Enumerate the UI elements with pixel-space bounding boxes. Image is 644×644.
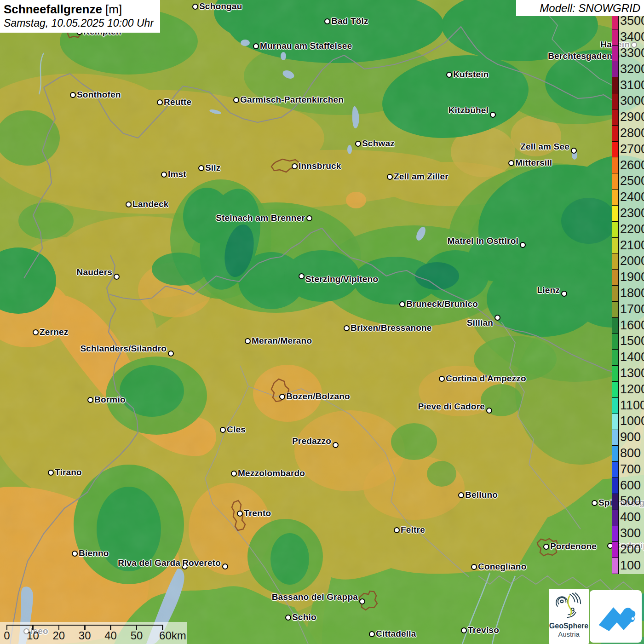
city-marker — [33, 329, 39, 335]
city-label: Brixen/Bressanone — [351, 323, 432, 333]
legend-seg-2900 — [612, 109, 618, 125]
city-label: Cortina d'Ampezzo — [446, 374, 526, 384]
city-marker — [114, 274, 120, 280]
city-marker — [70, 92, 76, 98]
city-marker — [508, 160, 514, 166]
snowgrid-map-screenshot: SchongauBad TölzKemptenMurnau am Staffel… — [0, 0, 644, 644]
scalebar-label-10: 10 — [27, 629, 39, 642]
city-label: Pieve di Cadore — [418, 402, 485, 412]
legend-seg-1900 — [612, 269, 618, 285]
city-label: Schio — [292, 612, 316, 622]
title-box: Schneefallgrenze [m] Samstag, 10.05.2025… — [0, 0, 160, 33]
city-label: Meran/Merano — [252, 336, 312, 346]
city-label: Schlanders/Silandro — [80, 344, 167, 354]
city-label: Kitzbühel — [448, 105, 489, 115]
city-label: Silz — [205, 163, 221, 173]
legend-seg-1700 — [612, 301, 618, 317]
title-line: Schneefallgrenze [m] — [4, 2, 155, 17]
city-marker — [486, 408, 492, 414]
city-marker — [333, 442, 339, 448]
city-marker — [192, 4, 198, 10]
legend-seg-200 — [612, 541, 618, 558]
legend-seg-2200 — [612, 221, 618, 237]
legend-seg-700 — [612, 461, 618, 477]
geosphere-logo: GeoSphere Austria — [549, 589, 589, 644]
model-box: Modell: SNOWGRID — [516, 0, 644, 16]
legend-seg-300 — [612, 526, 618, 542]
city-marker — [157, 99, 163, 105]
city-label: Landeck — [132, 199, 169, 209]
city-marker — [222, 564, 228, 569]
city-label: Matrei in Osttirol — [447, 236, 518, 246]
legend-seg-1300 — [612, 365, 618, 381]
city-marker — [285, 615, 291, 621]
city-marker — [253, 43, 259, 49]
city-marker — [161, 172, 167, 178]
model-label: Modell: SNOWGRID — [540, 2, 640, 15]
city-marker — [520, 242, 526, 248]
legend-seg-1500 — [612, 334, 618, 350]
city-marker — [344, 325, 350, 331]
city-label: Schwaz — [362, 138, 395, 149]
city-label: Schongau — [199, 1, 242, 12]
city-layer: SchongauBad TölzKemptenMurnau am Staffel… — [0, 0, 644, 644]
city-label: Predazzo — [292, 436, 331, 446]
city-marker — [87, 397, 93, 403]
scalebar: 0102030405060km — [0, 622, 187, 644]
city-label: Rovereto — [182, 558, 221, 568]
scalebar-label-60km: 60km — [159, 629, 186, 642]
scalebar-label-50: 50 — [131, 629, 143, 642]
city-marker — [245, 338, 251, 344]
legend-seg-900 — [612, 430, 618, 446]
city-label: Cittadella — [376, 629, 416, 639]
city-marker — [198, 165, 204, 171]
scalebar-label-0: 0 — [4, 629, 10, 642]
legend-seg-2400 — [612, 189, 618, 205]
legend-seg-2100 — [612, 237, 618, 253]
city-label: Trento — [244, 508, 271, 518]
scalebar-label-30: 30 — [79, 629, 91, 642]
city-label: Pordenone — [550, 541, 597, 552]
city-marker — [458, 492, 464, 498]
city-label: Bormio — [94, 395, 126, 405]
city-label: Sterzing/Vipiteno — [305, 274, 378, 284]
city-marker — [359, 598, 365, 604]
city-marker — [220, 427, 226, 433]
city-label: Lienz — [537, 285, 560, 295]
geosphere-country: Austria — [549, 630, 589, 638]
legend-seg-3400 — [612, 29, 618, 45]
city-marker — [399, 301, 405, 307]
city-marker — [369, 631, 375, 637]
legend-panel — [618, 14, 644, 574]
legend-seg-1200 — [612, 381, 618, 397]
city-marker — [543, 544, 549, 550]
city-label: Zell am See — [520, 142, 569, 152]
legend-seg-3300 — [612, 45, 618, 61]
legend-seg-1600 — [612, 317, 618, 334]
city-label: Mezzolombardo — [238, 468, 305, 478]
blue-mountain-icon — [595, 596, 637, 637]
city-marker — [48, 470, 54, 476]
city-marker — [233, 97, 239, 103]
city-marker — [471, 564, 477, 570]
legend-seg-1000 — [612, 414, 618, 430]
city-label: Mittersill — [515, 158, 552, 168]
city-label: Bruneck/Brunico — [406, 299, 478, 309]
partner-logo — [590, 590, 642, 643]
legend-seg-2800 — [612, 125, 618, 141]
legend-seg-1800 — [612, 285, 618, 301]
city-marker — [324, 18, 330, 24]
city-label: Innsbruck — [299, 161, 341, 171]
city-marker — [299, 273, 305, 279]
city-label: Berchtesgaden — [548, 51, 612, 61]
legend-seg-2300 — [612, 205, 618, 221]
city-marker — [279, 394, 285, 400]
city-marker — [490, 112, 496, 118]
city-marker — [231, 471, 237, 477]
legend-seg-800 — [612, 445, 618, 461]
city-label: Zell am Ziller — [394, 172, 448, 182]
city-label: Bassano del Grappa — [272, 592, 358, 602]
legend-seg-1100 — [612, 397, 618, 414]
geosphere-contours-icon — [555, 592, 583, 620]
city-label: Zernez — [40, 327, 68, 337]
